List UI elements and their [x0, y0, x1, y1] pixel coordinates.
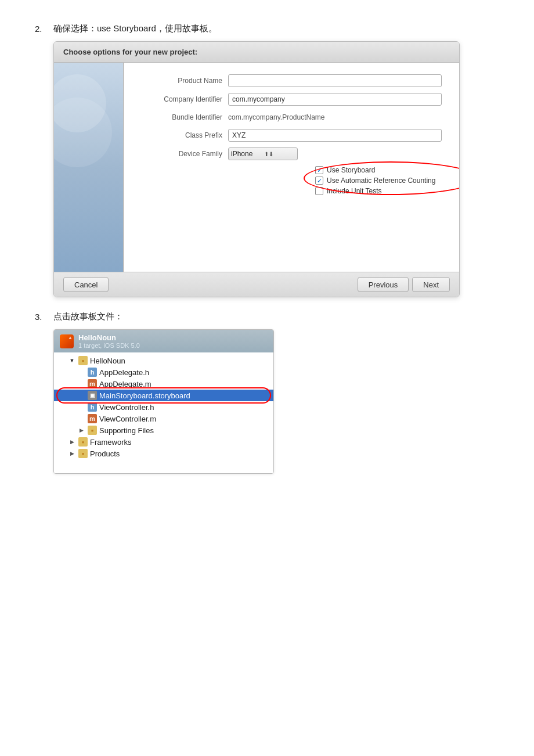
- select-arrow-icon: ⬆⬇: [264, 151, 273, 157]
- step-3-content: 点击故事板文件： HelloNoun 1 target, iOS SDK 5.0…: [53, 311, 499, 474]
- dialog-body: Product Name Company Identifier Bundle I…: [54, 63, 459, 272]
- dialog-sidebar: [54, 63, 124, 272]
- device-family-row: Device Family iPhone ⬆⬇: [141, 147, 442, 160]
- storyboard-icon: ▣: [88, 391, 97, 400]
- tree-item-viewcontroller-h[interactable]: h ViewController.h: [54, 401, 273, 413]
- tree-item-appdelegate-h[interactable]: h AppDelegate.h: [54, 366, 273, 378]
- use-arc-checkbox[interactable]: [315, 177, 323, 185]
- dialog-footer: Cancel Previous Next: [54, 272, 459, 297]
- use-storyboard-checkbox[interactable]: [315, 166, 323, 174]
- use-storyboard-checkbox-row: Use Storyboard: [315, 166, 435, 174]
- m-icon-viewcontroller: m: [88, 414, 97, 423]
- appdelegate-m-label: AppDelegate.m: [99, 380, 151, 388]
- tree-item-hellonoun-folder[interactable]: ▼ ▪ HelloNoun: [54, 355, 273, 366]
- folder-icon-supporting: ▪: [88, 426, 97, 435]
- bundle-identifier-value: com.mycompany.ProductName: [228, 111, 325, 123]
- previous-button[interactable]: Previous: [358, 277, 409, 292]
- dialog-header: Choose options for your new project:: [54, 42, 459, 63]
- project-options-dialog: Choose options for your new project: Pro…: [53, 41, 460, 297]
- folder-icon-frameworks: ▪: [78, 437, 88, 447]
- h-icon-appdelegate: h: [88, 368, 97, 377]
- toggle-appdelegate-h: [77, 368, 85, 376]
- step-3-label: 点击故事板文件：: [53, 311, 499, 322]
- toggle-appdelegate-m: [77, 380, 85, 388]
- tree-header: HelloNoun 1 target, iOS SDK 5.0: [54, 330, 273, 352]
- class-prefix-input[interactable]: [228, 129, 442, 142]
- include-unit-tests-checkbox[interactable]: [315, 187, 323, 195]
- frameworks-label: Frameworks: [90, 438, 132, 447]
- project-subtitle: 1 target, iOS SDK 5.0: [78, 342, 140, 349]
- tree-header-text: HelloNoun 1 target, iOS SDK 5.0: [78, 333, 140, 349]
- hellonoun-folder-label: HelloNoun: [90, 357, 125, 365]
- toggle-frameworks[interactable]: ▶: [68, 438, 76, 446]
- tree-item-frameworks[interactable]: ▶ ▪ Frameworks: [54, 436, 273, 448]
- step-2-content: 确保选择：use Storyboard，使用故事板。 Choose option…: [53, 23, 499, 297]
- dialog-form: Product Name Company Identifier Bundle I…: [124, 63, 459, 272]
- tree-item-supporting-files[interactable]: ▶ ▪ Supporting Files: [54, 424, 273, 436]
- class-prefix-label: Class Prefix: [141, 131, 222, 139]
- toggle-supporting-files[interactable]: ▶: [77, 426, 85, 434]
- products-label: Products: [90, 449, 120, 458]
- step-3: 3. 点击故事板文件： HelloNoun 1 target, iOS SDK …: [35, 311, 499, 474]
- include-unit-tests-row: Include Unit Tests: [315, 187, 435, 195]
- company-identifier-row: Company Identifier: [141, 93, 442, 106]
- class-prefix-row: Class Prefix: [141, 129, 442, 142]
- supporting-files-label: Supporting Files: [99, 426, 154, 435]
- step-number-2: 2.: [35, 23, 53, 34]
- appdelegate-h-label: AppDelegate.h: [99, 368, 149, 377]
- bundle-identifier-label: Bundle Identifier: [141, 113, 222, 121]
- tree-body: ▼ ▪ HelloNoun h AppDelegate.h m AppDeleg…: [54, 352, 273, 473]
- company-identifier-input[interactable]: [228, 93, 442, 106]
- project-name: HelloNoun: [78, 333, 140, 342]
- device-family-value: iPhone: [231, 150, 252, 158]
- product-name-row: Product Name: [141, 74, 442, 87]
- m-icon-appdelegate: m: [88, 379, 97, 388]
- nav-buttons: Previous Next: [358, 277, 450, 292]
- tree-item-products[interactable]: ▶ ▪ Products: [54, 448, 273, 459]
- step-number-3: 3.: [35, 311, 53, 322]
- device-family-label: Device Family: [141, 150, 222, 158]
- file-tree-panel: HelloNoun 1 target, iOS SDK 5.0 ▼ ▪ Hell…: [53, 329, 274, 474]
- company-identifier-label: Company Identifier: [141, 95, 222, 103]
- toggle-storyboard: [77, 391, 85, 399]
- device-family-select[interactable]: iPhone ⬆⬇: [228, 147, 298, 160]
- use-arc-checkbox-row: Use Automatic Reference Counting: [315, 177, 435, 185]
- bundle-identifier-row: Bundle Identifier com.mycompany.ProductN…: [141, 111, 442, 123]
- tree-bottom-padding: [54, 459, 273, 471]
- product-name-input[interactable]: [228, 74, 442, 87]
- folder-icon-hellonoun: ▪: [78, 356, 88, 365]
- step-2-label: 确保选择：use Storyboard，使用故事板。: [53, 23, 499, 34]
- include-unit-tests-label: Include Unit Tests: [327, 187, 382, 195]
- toggle-hellonoun[interactable]: ▼: [68, 357, 76, 365]
- toggle-viewcontroller-h: [77, 403, 85, 411]
- viewcontroller-m-label: ViewController.m: [99, 415, 156, 423]
- cancel-button[interactable]: Cancel: [63, 277, 109, 292]
- h-icon-viewcontroller: h: [88, 402, 97, 412]
- mainstoryboard-label: MainStoryboard.storyboard: [99, 391, 190, 400]
- step-2: 2. 确保选择：use Storyboard，使用故事板。 Choose opt…: [35, 23, 499, 297]
- toggle-products[interactable]: ▶: [68, 449, 76, 458]
- use-arc-label: Use Automatic Reference Counting: [327, 177, 435, 185]
- tree-item-appdelegate-m[interactable]: m AppDelegate.m: [54, 378, 273, 390]
- next-button[interactable]: Next: [412, 277, 450, 292]
- use-storyboard-label: Use Storyboard: [327, 166, 375, 174]
- project-icon: [60, 334, 74, 348]
- tree-item-viewcontroller-m[interactable]: m ViewController.m: [54, 413, 273, 424]
- tree-item-mainstoryboard[interactable]: ▣ MainStoryboard.storyboard: [54, 390, 273, 401]
- folder-icon-products: ▪: [78, 449, 88, 458]
- toggle-viewcontroller-m: [77, 415, 85, 423]
- checkboxes-row: Use Storyboard Use Automatic Reference C…: [141, 166, 442, 195]
- viewcontroller-h-label: ViewController.h: [99, 403, 154, 412]
- product-name-label: Product Name: [141, 77, 222, 85]
- checkboxes-area: Use Storyboard Use Automatic Reference C…: [315, 166, 435, 195]
